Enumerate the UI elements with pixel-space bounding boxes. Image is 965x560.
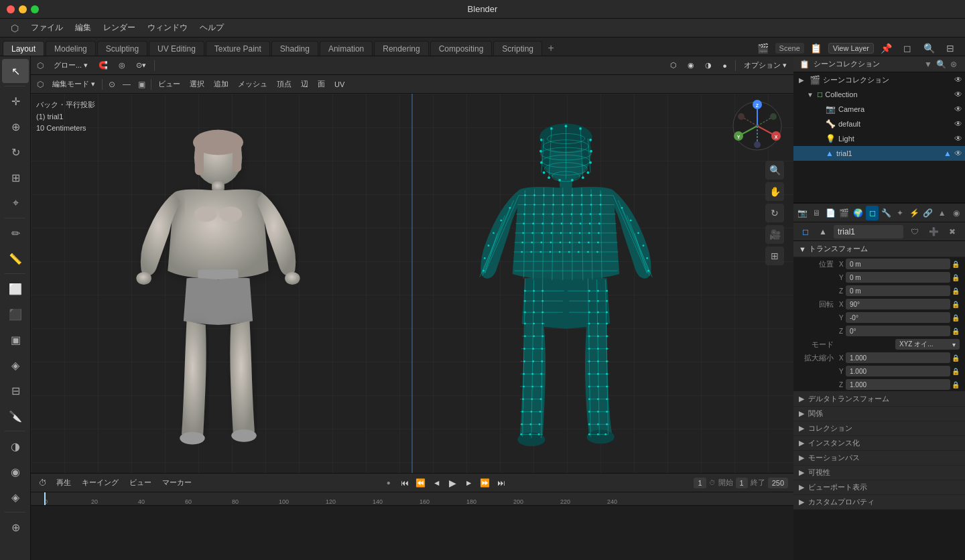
face-menu[interactable]: 面: [314, 78, 329, 91]
tab-compositing[interactable]: Compositing: [430, 41, 493, 56]
filter-btn[interactable]: ▼: [923, 58, 934, 70]
viewport-type-icon[interactable]: ⬡: [34, 59, 47, 72]
outliner-item-collection[interactable]: ▼ □ Collection 👁: [793, 87, 965, 102]
menu-edit[interactable]: 編集: [70, 21, 96, 36]
camera-view-icon[interactable]: 🎥: [765, 225, 784, 244]
edit-mode-dropdown[interactable]: 編集モード▾: [48, 78, 99, 91]
scene-props-icon[interactable]: 🎬: [838, 206, 850, 220]
armature-visibility-icon[interactable]: 👁: [954, 119, 962, 129]
world-props-icon[interactable]: 🌍: [852, 206, 864, 220]
play-button[interactable]: ▶: [446, 476, 460, 490]
annotate-tool-button[interactable]: ✏: [2, 221, 29, 245]
global-space-dropdown[interactable]: グロー...▾: [50, 59, 92, 72]
options-dropdown[interactable]: オプション▾: [740, 59, 791, 72]
visibility-section[interactable]: ▶ 可視性: [793, 466, 965, 480]
transform-bottom-button[interactable]: ⊕: [2, 515, 29, 539]
add-workspace-button[interactable]: +: [543, 41, 558, 56]
inset-button[interactable]: ▣: [2, 328, 29, 352]
timeline-content[interactable]: [31, 506, 793, 560]
add-cube-button[interactable]: ⬜: [2, 277, 29, 301]
outliner-item-camera[interactable]: 📷 Camera 👁: [793, 102, 965, 117]
rotation-mode-dropdown[interactable]: XYZ オイ... ▾: [895, 339, 960, 350]
tab-scripting[interactable]: Scripting: [493, 41, 542, 56]
prev-frame-button[interactable]: ⏪: [414, 476, 428, 490]
scale-x-lock[interactable]: 🔒: [952, 354, 960, 362]
data-props-icon[interactable]: ▲: [936, 206, 948, 220]
proportional-edit-button[interactable]: ◎: [115, 59, 129, 72]
next-frame-button[interactable]: ⏩: [478, 476, 492, 490]
window-controls[interactable]: [7, 5, 39, 13]
select-menu[interactable]: 選択: [186, 78, 208, 91]
pin-icon[interactable]: 📌: [877, 41, 895, 56]
edge-mode-icon[interactable]: —: [120, 78, 133, 91]
viewport-canvas[interactable]: バック・平行投影 (1) trial1 10 Centimeters: [31, 94, 793, 473]
end-frame-input[interactable]: 250: [768, 478, 788, 488]
playhead[interactable]: [44, 492, 46, 505]
add-menu[interactable]: 追加: [210, 78, 233, 91]
search-icon[interactable]: 🔍: [919, 41, 938, 56]
marker-button[interactable]: マーカー: [158, 476, 196, 490]
scale-x-value[interactable]: 1.000: [846, 352, 950, 363]
viewlayer-dropdown[interactable]: View Layer: [828, 43, 874, 54]
rotation-z-lock[interactable]: 🔒: [952, 328, 960, 335]
loop-cut-button[interactable]: ⊟: [2, 378, 29, 403]
position-x-lock[interactable]: 🔒: [952, 261, 960, 268]
jump-end-button[interactable]: ⏭: [495, 476, 508, 490]
next-keyframe-button[interactable]: ►: [462, 476, 476, 490]
extrude-button[interactable]: ⬛: [2, 302, 29, 326]
select-tool-button[interactable]: ↖: [2, 59, 29, 83]
output-props-icon[interactable]: 🖥: [810, 206, 823, 220]
smooth-button[interactable]: ◑: [2, 434, 29, 458]
custom-props-section[interactable]: ▶ カスタムプロパティ: [793, 495, 965, 510]
position-x-value[interactable]: 0 m: [846, 259, 950, 269]
motion-path-section[interactable]: ▶ モーションパス: [793, 451, 965, 466]
prev-keyframe-button[interactable]: ◄: [430, 476, 444, 490]
outliner-icon[interactable]: 📋: [797, 58, 811, 71]
rotate-tool-button[interactable]: ↻: [2, 140, 29, 164]
scale-y-value[interactable]: 1.000: [846, 366, 950, 376]
object-name-input[interactable]: trial1: [834, 225, 903, 238]
viewport-shading-material[interactable]: ◑: [701, 59, 716, 72]
viewlayer-icon[interactable]: 📋: [807, 41, 826, 56]
tab-texture-paint[interactable]: Texture Paint: [206, 41, 270, 56]
light-visibility-icon[interactable]: 👁: [954, 134, 962, 143]
viewport-shading-render[interactable]: ●: [718, 59, 731, 72]
face-mode-icon[interactable]: ▣: [135, 78, 148, 91]
shear-button[interactable]: ◈: [2, 485, 29, 509]
blender-logo-icon[interactable]: ⬡: [5, 21, 24, 36]
move-tool-button[interactable]: ⊕: [2, 115, 29, 139]
tab-rendering[interactable]: Rendering: [374, 41, 428, 56]
scale-tool-button[interactable]: ⊞: [2, 165, 29, 190]
measure-tool-button[interactable]: 📏: [2, 247, 29, 271]
cursor-tool-button[interactable]: ✛: [2, 89, 29, 113]
pan-icon[interactable]: ✋: [765, 182, 784, 201]
zoom-in-icon[interactable]: 🔍: [765, 161, 784, 180]
viewport-display-section[interactable]: ▶ ビューポート表示: [793, 480, 965, 495]
search-outliner-btn[interactable]: 🔍: [935, 58, 948, 70]
fake-user-button[interactable]: 🛡: [907, 224, 922, 239]
relations-section[interactable]: ▶ 関係: [793, 407, 965, 421]
mesh-editor-icon[interactable]: ⬡: [34, 78, 47, 91]
bevel-button[interactable]: ◈: [2, 353, 29, 377]
unlink-button[interactable]: ✖: [945, 224, 960, 239]
jump-start-button[interactable]: ⏮: [398, 476, 411, 490]
collection-visibility-icon[interactable]: 👁: [954, 90, 962, 99]
position-z-lock[interactable]: 🔒: [952, 287, 960, 295]
physics-props-icon[interactable]: ⚡: [908, 206, 921, 220]
menu-help[interactable]: ヘルプ: [194, 21, 229, 36]
proportional-mode-dropdown[interactable]: ⊙▾: [132, 59, 150, 72]
constraints-props-icon[interactable]: 🔗: [921, 206, 934, 220]
minimize-button[interactable]: [19, 5, 27, 13]
tab-shading[interactable]: Shading: [271, 41, 318, 56]
keying-button[interactable]: キーイング: [78, 476, 123, 490]
sync-btn[interactable]: ⊛: [949, 58, 958, 70]
object-props-icon[interactable]: ◻: [866, 206, 879, 220]
tab-animation[interactable]: Animation: [320, 41, 373, 56]
rotation-x-lock[interactable]: 🔒: [952, 301, 960, 308]
scale-z-value[interactable]: 1.000: [846, 379, 950, 390]
scale-y-lock[interactable]: 🔒: [952, 368, 960, 375]
rotation-x-value[interactable]: 90°: [846, 299, 950, 309]
trial1-visibility-icon[interactable]: 👁: [954, 149, 962, 158]
outliner-item-armature[interactable]: 🦴 default 👁: [793, 117, 965, 131]
knife-button[interactable]: 🔪: [2, 404, 29, 428]
